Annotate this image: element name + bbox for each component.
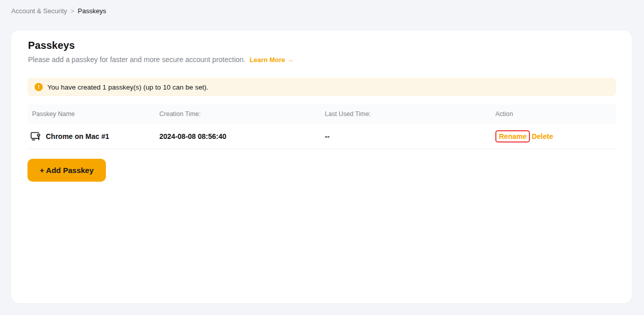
learn-more-link[interactable]: Learn More →	[249, 56, 294, 64]
page-description: Please add a passkey for faster and more…	[28, 55, 294, 64]
passkeys-card: Passkeys Please add a passkey for faster…	[11, 31, 632, 303]
passkeys-table: Passkey Name Creation Time: Last Used Ti…	[27, 104, 616, 149]
page-title: Passkeys	[28, 40, 75, 51]
device-passkey-icon	[31, 131, 41, 141]
passkey-count-banner: ! You have created 1 passkey(s) (up to 1…	[27, 78, 616, 96]
passkey-name: Chrome on Mac #1	[46, 132, 109, 140]
actions-cell: Rename Delete	[495, 130, 611, 142]
table-row: Chrome on Mac #1 2024-08-08 08:56:40 -- …	[27, 124, 616, 149]
rename-button[interactable]: Rename	[499, 132, 526, 140]
header-passkey-name: Passkey Name	[32, 110, 159, 118]
passkey-name-cell: Chrome on Mac #1	[32, 131, 159, 141]
breadcrumb-current-passkeys: Passkeys	[78, 7, 106, 15]
header-creation-time: Creation Time:	[159, 110, 325, 118]
warning-circle-icon: !	[35, 83, 43, 91]
breadcrumb-separator-icon: >	[71, 8, 74, 15]
delete-button[interactable]: Delete	[531, 132, 553, 140]
rename-highlight-box: Rename	[495, 130, 530, 142]
add-passkey-button[interactable]: + Add Passkey	[27, 159, 106, 182]
breadcrumb: Account & Security > Passkeys	[11, 7, 106, 15]
table-header-row: Passkey Name Creation Time: Last Used Ti…	[27, 104, 616, 124]
header-action: Action	[495, 110, 611, 118]
breadcrumb-account-security[interactable]: Account & Security	[11, 7, 67, 15]
banner-text: You have created 1 passkey(s) (up to 10 …	[47, 83, 208, 91]
description-text: Please add a passkey for faster and more…	[28, 55, 245, 64]
header-last-used-time: Last Used Time:	[325, 110, 495, 118]
creation-time-value: 2024-08-08 08:56:40	[159, 132, 325, 140]
last-used-time-value: --	[325, 132, 495, 140]
